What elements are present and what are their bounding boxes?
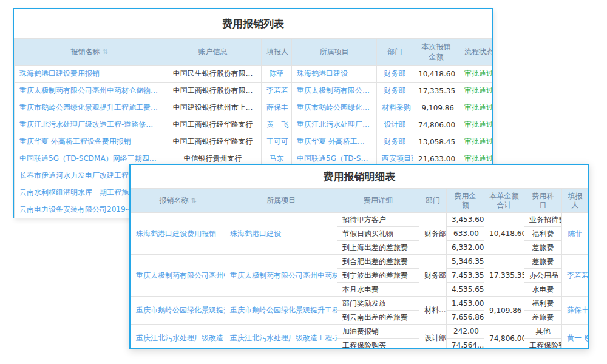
expense-detail-cell: 到合肥出差的差旅费 xyxy=(337,255,419,269)
project-link[interactable]: 重庆太极制药有限公司亳州中药材仓储物流 xyxy=(225,255,337,297)
department-cell: 财务部 xyxy=(419,213,447,255)
expense-subject-cell: 办公用品 xyxy=(524,269,562,283)
account-cell: 中国建设银行杭州市上... xyxy=(164,99,262,116)
filler-link[interactable]: 王可可 xyxy=(262,133,292,150)
expense-subject-cell: 差旅费 xyxy=(524,241,562,255)
amount-cell: 74,806.00 xyxy=(413,116,459,133)
report-preview-canvas: 费用报销列表 报销名称⇅ 账户信息 填报人 所属项目 部门 本次报销金额 流程状… xyxy=(0,0,607,364)
table-row: 重庆太极制药有限公司亳州中药材仓储物流基地项... 中国工商银行股份有限... … xyxy=(15,83,493,99)
expense-list-title: 费用报销列表 xyxy=(14,9,492,38)
table-row: 重庆华夏 外高桥工程设备费用报销 中国工商银行经华路支行 王可可 重庆华夏 外高… xyxy=(15,133,493,150)
expense-subject-cell: 差旅费 xyxy=(524,255,562,269)
filler-link[interactable]: 李若若 xyxy=(262,83,292,99)
expense-subject-cell: 其他 xyxy=(524,325,562,339)
expense-detail-table: 报销名称⇅ 所属项目 费用详细 部门 费用金额 本单金额合计 费用科目 填报人 … xyxy=(131,188,589,349)
filler-link[interactable]: 李若若 xyxy=(562,255,589,297)
project-link[interactable]: 珠海鹤港口建设 xyxy=(292,66,377,83)
detail-row: 重庆江北污水处理厂级改造工程- 重庆江北污水处理厂级改造工程-道路修复工 加油费… xyxy=(131,325,589,339)
account-cell: 中国工商银行股份有限... xyxy=(164,83,262,99)
col-header-report-name[interactable]: 报销名称⇅ xyxy=(15,39,164,66)
department-link[interactable]: 财务部 xyxy=(377,66,413,83)
amount-cell: 13,058.45 xyxy=(413,133,459,150)
project-link[interactable]: 重庆江北污水处理厂级改造工程-道路修复工 xyxy=(225,325,337,350)
status-badge: 审批通过 xyxy=(459,133,493,150)
expense-detail-cell: 到上海出差的差旅费 xyxy=(337,241,419,255)
total-amount-cell: 9,109.86 xyxy=(484,297,524,325)
department-cell: 设计部 xyxy=(419,325,447,350)
project-link[interactable]: 重庆市鹅岭公园绿化景观提升工程施工 xyxy=(225,297,337,325)
department-link[interactable]: 设计部 xyxy=(377,116,413,133)
expense-amount-cell: 5,346.35 xyxy=(447,255,484,269)
report-name-link[interactable]: 珠海鹤港口建设费用报销 xyxy=(15,66,164,83)
expense-amount-cell: 633.00 xyxy=(447,227,484,241)
expense-amount-cell: 4,535.65 xyxy=(447,283,484,297)
department-link[interactable]: 财务部 xyxy=(377,83,413,99)
filler-link[interactable]: 黄一飞 xyxy=(562,325,589,350)
report-name-link[interactable]: 重庆太极制药有限公司亳州中药材仓储物流基地项... xyxy=(15,83,164,99)
expense-detail-cell: 本月水电费 xyxy=(337,283,419,297)
filler-link[interactable]: 黄一飞 xyxy=(262,116,292,133)
expense-detail-window: 费用报销明细表 报销名称⇅ 所属项目 费用详细 部门 费用金额 本单金额合计 费… xyxy=(129,164,589,349)
status-badge: 审批通过 xyxy=(459,83,493,99)
amount-cell: 17,335.35 xyxy=(413,83,459,99)
department-cell: 财务部 xyxy=(419,255,447,297)
col-header-department: 部门 xyxy=(377,39,413,66)
status-badge: 审批通过 xyxy=(459,99,493,116)
expense-detail-cell: 加油费报销 xyxy=(337,325,419,339)
report-name-link[interactable]: 重庆市鹅岭公园绿化景观提升工程 xyxy=(131,297,225,325)
expense-subject-cell: 工程保险费 xyxy=(524,339,562,350)
col-header-report-name[interactable]: 报销名称⇅ xyxy=(131,189,225,213)
col-header-project: 所属项目 xyxy=(225,189,337,213)
detail-row: 珠海鹤港口建设费用报销 珠海鹤港口建设 招待甲方客户 财务部 3,453.60 … xyxy=(131,213,589,227)
expense-amount-cell: 3,453.60 xyxy=(447,213,484,227)
expense-detail-cell: 节假日购买礼物 xyxy=(337,227,419,241)
filler-link[interactable]: 陈菲 xyxy=(262,66,292,83)
expense-subject-cell: 差旅费 xyxy=(524,311,562,325)
report-name-link[interactable]: 重庆江北污水处理厂级改造工程- xyxy=(131,325,225,350)
account-cell: 中国民生银行股份有限... xyxy=(164,66,262,83)
department-link[interactable]: 财务部 xyxy=(377,133,413,150)
filler-link[interactable]: 薛保丰 xyxy=(562,297,589,325)
project-link[interactable]: 重庆市鹅岭公园绿化景观提升... xyxy=(292,99,377,116)
filler-link[interactable]: 薛保丰 xyxy=(262,99,292,116)
project-link[interactable]: 珠海鹤港口建设 xyxy=(225,213,337,255)
filler-link[interactable]: 陈菲 xyxy=(562,213,589,255)
expense-detail-cell: 工程保险购买 xyxy=(337,339,419,350)
table-row: 重庆市鹅岭公园绿化景观提升工程施工费用报销 中国建设银行杭州市上... 薛保丰 … xyxy=(15,99,493,116)
expense-subject-cell: 水电费 xyxy=(524,283,562,297)
expense-detail-header-row: 报销名称⇅ 所属项目 费用详细 部门 费用金额 本单金额合计 费用科目 填报人 xyxy=(131,189,589,213)
report-name-link[interactable]: 重庆江北污水处理厂级改造工程-道路修复工程费用... xyxy=(15,116,164,133)
status-badge: 审批通过 xyxy=(459,116,493,133)
report-name-link[interactable]: 重庆市鹅岭公园绿化景观提升工程施工费用报销 xyxy=(15,99,164,116)
expense-amount-cell: 6,332.00 xyxy=(447,241,484,255)
expense-subject-cell: 业务招待费 xyxy=(524,213,562,227)
department-link[interactable]: 材料采购 xyxy=(377,99,413,116)
project-link[interactable]: 重庆江北污水处理厂级改造工... xyxy=(292,116,377,133)
expense-subject-cell: 福利费 xyxy=(524,297,562,311)
col-header-amount: 本次报销金额 xyxy=(413,39,459,66)
amount-cell: 10,418.60 xyxy=(413,66,459,83)
expense-amount-cell: 74,564... xyxy=(447,339,484,350)
department-cell: 材料... xyxy=(419,297,447,325)
report-name-link[interactable]: 珠海鹤港口建设费用报销 xyxy=(131,213,225,255)
expense-detail-cell: 部门奖励发放 xyxy=(337,297,419,311)
col-header-status: 流程状态 xyxy=(459,39,493,66)
report-name-link[interactable]: 重庆太极制药有限公司亳州中药材 xyxy=(131,255,225,297)
sort-icon[interactable]: ⇅ xyxy=(191,197,196,204)
report-name-link[interactable]: 重庆华夏 外高桥工程设备费用报销 xyxy=(15,133,164,150)
detail-row: 重庆太极制药有限公司亳州中药材 重庆太极制药有限公司亳州中药材仓储物流 到合肥出… xyxy=(131,255,589,269)
table-row: 重庆江北污水处理厂级改造工程-道路修复工程费用... 中国工商银行经华路支行 黄… xyxy=(15,116,493,133)
col-header-expense-subject: 费用科目 xyxy=(524,189,562,213)
project-link[interactable]: 重庆太极制药有限公司亳州中... xyxy=(292,83,377,99)
col-header-department: 部门 xyxy=(419,189,447,213)
expense-amount-cell: 1,453.00 xyxy=(447,297,484,311)
col-header-total-amount: 本单金额合计 xyxy=(484,189,524,213)
col-header-expense-amount: 费用金额 xyxy=(447,189,484,213)
expense-amount-cell: 7,453.35 xyxy=(447,269,484,283)
col-header-filler: 填报人 xyxy=(562,189,589,213)
account-cell: 中国工商银行经华路支行 xyxy=(164,116,262,133)
col-header-account-info: 账户信息 xyxy=(164,39,262,66)
project-link[interactable]: 重庆华夏 外高桥工程设备 xyxy=(292,133,377,150)
sort-icon[interactable]: ⇅ xyxy=(102,48,107,56)
expense-detail-cell: 到宁波出差的差旅费 xyxy=(337,269,419,283)
